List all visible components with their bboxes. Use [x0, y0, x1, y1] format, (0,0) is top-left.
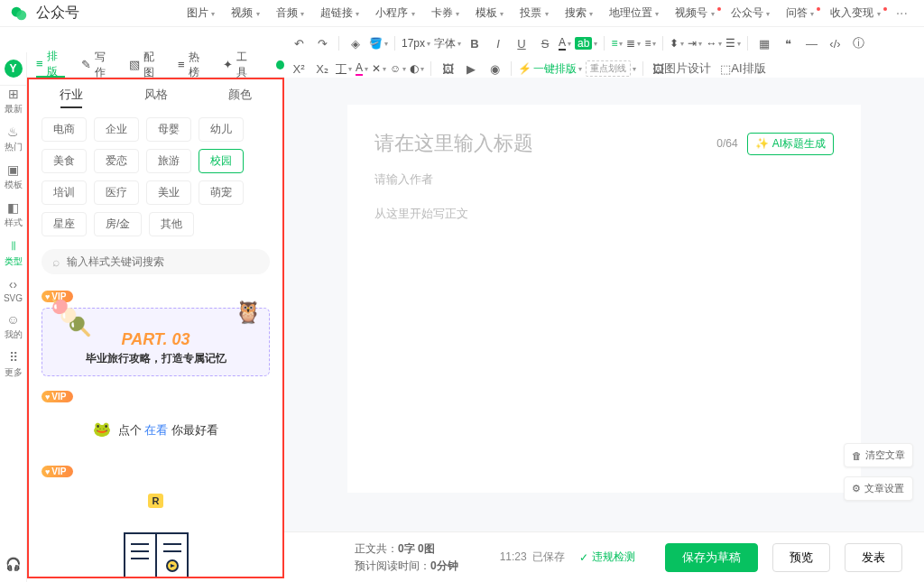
header-menu-item[interactable]: 公众号 ▾ [723, 5, 778, 21]
rail-item[interactable]: ☺我的 [5, 312, 23, 341]
filter-tag[interactable]: 美食 [42, 149, 87, 173]
emoji-button[interactable]: ☺▾ [390, 62, 406, 75]
category-tab[interactable]: 颜色 [198, 87, 282, 108]
filter-tag[interactable]: 萌宠 [199, 180, 244, 205]
quote-button[interactable]: ❝ [778, 33, 798, 53]
header-menu-item[interactable]: 地理位置 ▾ [601, 5, 667, 21]
filter-tag[interactable]: 爱恋 [94, 149, 139, 173]
template-card-2[interactable]: 🐸 点个 在看 你最好看 [42, 408, 270, 451]
filter-tag[interactable]: 旅游 [146, 149, 191, 173]
italic-button[interactable]: I [488, 33, 508, 53]
header-menu-item[interactable]: 图片 ▾ [179, 5, 223, 21]
filter-tag[interactable]: 星座 [42, 212, 87, 236]
search-input[interactable] [67, 255, 259, 268]
paint-bucket-button[interactable]: 🪣▾ [369, 37, 388, 50]
gif-button[interactable]: ◉ [485, 59, 504, 79]
code-button[interactable]: ‹/› [825, 33, 845, 53]
undo-button[interactable]: ↶ [289, 33, 309, 53]
side-tab[interactable]: ✦工具 [223, 50, 254, 80]
title-input[interactable]: 请在这里输入标题 [374, 130, 707, 157]
filter-tag[interactable]: 企业 [94, 117, 139, 142]
side-tab[interactable]: ≡热榜 [178, 50, 207, 80]
image-button[interactable]: 🖼 [438, 59, 457, 79]
clear-format-button[interactable]: ✕▾ [372, 62, 386, 75]
template-card-3[interactable]: R [42, 483, 270, 578]
filter-tag[interactable]: 校园 [199, 149, 244, 173]
text-style-button[interactable]: A▾ [356, 61, 368, 76]
header-menu-item[interactable]: 超链接 ▾ [312, 5, 367, 21]
rail-item[interactable]: ⠿更多 [5, 350, 23, 379]
strikethrough-button[interactable]: S [535, 33, 555, 53]
rail-item[interactable]: ‹›SVG [4, 277, 23, 303]
category-tab[interactable]: 风格 [114, 87, 199, 108]
help-button[interactable]: ⓘ [848, 33, 868, 53]
list-button[interactable]: ☰▾ [725, 37, 741, 50]
header-menu-item[interactable]: 收入变现 ▾ [822, 5, 888, 21]
header-menu-item[interactable]: 投票 ▾ [512, 5, 556, 21]
search-box[interactable]: ⌕ [42, 249, 270, 274]
side-tab[interactable]: ▧配图 [129, 50, 162, 80]
header-menu-item[interactable]: 视频 ▾ [223, 5, 267, 21]
line-height-button[interactable]: ⬍▾ [670, 37, 684, 50]
header-menu-item[interactable]: 问答 ▾ [778, 5, 822, 21]
body-input[interactable]: 从这里开始写正文 [374, 206, 834, 222]
rail-headphones-button[interactable]: 🎧 [5, 557, 21, 571]
ai-layout-button[interactable]: ⬚ AI排版 [717, 59, 768, 79]
one-click-layout-button[interactable]: ⚡ 一键排版▾ [518, 61, 582, 77]
header-menu-item[interactable]: 搜索 ▾ [557, 5, 601, 21]
table-button[interactable]: ▦ [754, 33, 774, 53]
format-painter-button[interactable]: ◈ [346, 33, 365, 53]
image-design-button[interactable]: 🖼 图片设计 [650, 59, 714, 79]
filter-tag[interactable]: 培训 [42, 180, 87, 205]
header-menu-item[interactable]: 小程序 ▾ [367, 5, 422, 21]
clear-article-button[interactable]: 🗑 清空文章 [844, 443, 913, 467]
video-button[interactable]: ▶ [461, 59, 481, 79]
filter-tag[interactable]: 幼儿 [199, 117, 244, 142]
publish-button[interactable]: 发表 [845, 543, 902, 572]
text-effect-button[interactable]: 丁▾ [336, 61, 352, 77]
subscript-button[interactable]: X₂ [312, 59, 332, 79]
filter-tag[interactable]: 房/金 [94, 212, 142, 236]
filter-tag[interactable]: 电商 [42, 117, 87, 142]
side-tab[interactable]: ✎写作 [81, 50, 113, 80]
rail-item[interactable]: ⫴类型 [5, 238, 23, 268]
ai-title-gen-button[interactable]: ✨ AI标题生成 [747, 133, 834, 155]
filter-tag[interactable]: 母婴 [146, 117, 191, 142]
header-menu-item[interactable]: 音频 ▾ [268, 5, 312, 21]
save-draft-button[interactable]: 保存为草稿 [665, 543, 758, 572]
header-more-button[interactable]: ··· [889, 5, 915, 22]
special-char-button[interactable]: ◐▾ [410, 62, 424, 75]
header-menu-item[interactable]: 视频号 ▾ [667, 5, 722, 21]
filter-tag[interactable]: 其他 [149, 212, 194, 236]
category-tab[interactable]: 行业 [29, 87, 114, 108]
align-center-button[interactable]: ≣▾ [626, 37, 641, 50]
filter-tag[interactable]: 美业 [146, 180, 191, 205]
rail-item[interactable]: ◧样式 [5, 200, 23, 229]
font-size-select[interactable]: 17px▾ [402, 37, 430, 50]
violation-check-button[interactable]: ✓ 违规检测 [579, 550, 635, 565]
rail-item[interactable]: ♨热门 [5, 125, 23, 153]
rail-logo[interactable]: Y [5, 60, 23, 78]
template-card-1[interactable]: 🍡 🦉 PART. 03 毕业旅行攻略，打造专属记忆 [42, 308, 270, 376]
underline-button[interactable]: U [512, 33, 531, 53]
bold-button[interactable]: B [465, 33, 485, 53]
align-right-button[interactable]: ≡▾ [644, 37, 656, 50]
indent-button[interactable]: ⇥▾ [688, 37, 702, 50]
filter-tag[interactable]: 医疗 [94, 180, 139, 205]
header-menu-item[interactable]: 卡券 ▾ [423, 5, 467, 21]
spacing-button[interactable]: ↔▾ [706, 37, 722, 50]
rail-item[interactable]: ⊞最新 [5, 87, 23, 115]
font-family-select[interactable]: 字体▾ [434, 36, 461, 51]
rail-item[interactable]: ▣模板 [5, 162, 23, 191]
redo-button[interactable]: ↷ [312, 33, 332, 53]
side-tab[interactable]: ≡排版 [36, 52, 65, 78]
article-settings-button[interactable]: ⚙ 文章设置 [844, 476, 913, 501]
superscript-button[interactable]: X² [289, 59, 309, 79]
hr-button[interactable]: — [801, 33, 821, 53]
preview-button[interactable]: 预览 [772, 543, 830, 572]
highlight-button[interactable]: ab▾ [575, 37, 597, 50]
font-color-button[interactable]: A▾ [559, 36, 571, 51]
key-underline-button[interactable]: 重点划线▾ [586, 60, 636, 77]
author-input[interactable]: 请输入作者 [374, 171, 834, 188]
align-left-button[interactable]: ≡▾ [611, 37, 623, 50]
